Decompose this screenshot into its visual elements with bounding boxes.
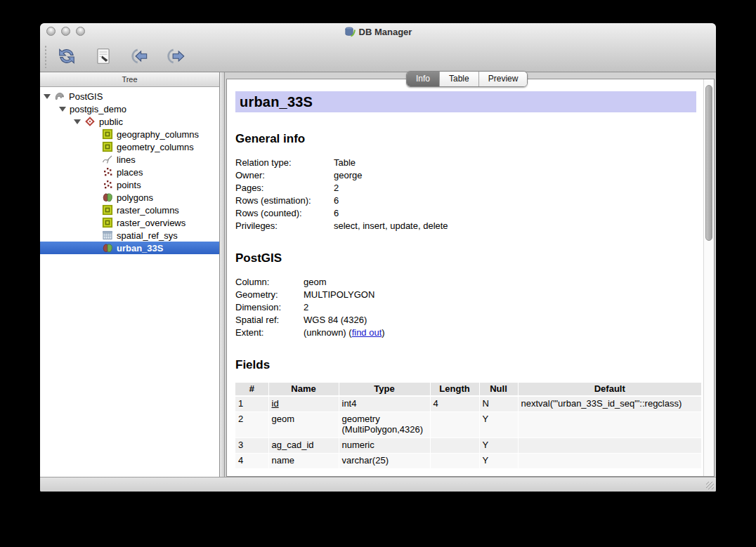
tree-item-label: raster_columns bbox=[117, 205, 179, 216]
postgis-rows: Column:geomGeometry:MULTIPOLYGONDimensio… bbox=[235, 276, 696, 339]
import-layer-icon bbox=[130, 46, 150, 66]
import-layer-button[interactable] bbox=[128, 44, 152, 68]
tree-item-label: polygons bbox=[117, 192, 153, 203]
info-value: 6 bbox=[334, 195, 339, 207]
tree-item-points[interactable]: points bbox=[40, 178, 219, 191]
tree-panel: Tree PostGISpostgis_demopublicgeography_… bbox=[40, 72, 220, 477]
general-info-heading: General info bbox=[235, 132, 696, 146]
sql-window-button[interactable] bbox=[91, 44, 115, 68]
info-label: Privileges: bbox=[235, 220, 334, 232]
fields-table-row: 3ag_cad_idnumericY bbox=[235, 438, 702, 454]
postgis-heading: PostGIS bbox=[235, 251, 696, 265]
tree-item-places[interactable]: places bbox=[40, 166, 219, 178]
table-title-band: urban_33S bbox=[235, 91, 696, 112]
field-null-cell: N bbox=[479, 396, 518, 412]
tree-item-raster_columns[interactable]: raster_columns bbox=[40, 204, 219, 216]
close-button[interactable] bbox=[46, 27, 56, 36]
info-value: george bbox=[334, 169, 362, 182]
info-label: Dimension: bbox=[235, 301, 304, 314]
tree-item-polygons[interactable]: polygons bbox=[40, 191, 219, 204]
tree-item-label: PostGIS bbox=[69, 91, 103, 102]
fields-column-header: Length bbox=[430, 383, 479, 396]
tree-item-postgis_demo[interactable]: postgis_demo bbox=[40, 103, 219, 115]
field-name-cell: name bbox=[268, 454, 339, 469]
field-type-cell: int4 bbox=[339, 396, 430, 412]
info-value: Table bbox=[334, 157, 356, 169]
info-value: 2 bbox=[334, 182, 339, 195]
zoom-button[interactable] bbox=[76, 27, 85, 36]
tab-info[interactable]: Info bbox=[407, 72, 440, 86]
metadata-table-icon bbox=[102, 128, 113, 140]
tree-item-PostGIS[interactable]: PostGIS bbox=[40, 90, 219, 103]
line-layer-icon bbox=[102, 154, 113, 165]
tree-item-geography_columns[interactable]: geography_columns bbox=[40, 128, 219, 140]
traffic-lights bbox=[46, 27, 85, 36]
tree-item-label: geography_columns bbox=[117, 129, 199, 140]
field-type-cell: varchar(25) bbox=[339, 454, 430, 469]
metadata-table-icon bbox=[102, 141, 113, 152]
fields-column-header: # bbox=[235, 383, 268, 396]
general-row: Owner:george bbox=[235, 169, 696, 182]
metadata-table-icon bbox=[102, 217, 113, 228]
title-bar[interactable]: DB Manager bbox=[40, 23, 716, 40]
field-type-cell: geometry (MultiPolygon,4326) bbox=[339, 412, 430, 438]
fields-table: #NameTypeLengthNullDefault 1idint44Nnext… bbox=[235, 383, 702, 469]
tab-control: InfoTablePreview bbox=[406, 71, 528, 87]
tree-item-label: places bbox=[117, 167, 143, 178]
tree-item-geometry_columns[interactable]: geometry_columns bbox=[40, 140, 219, 153]
window-chrome: DB Manager bbox=[40, 23, 716, 72]
info-label: Relation type: bbox=[235, 157, 334, 169]
field-length-cell bbox=[430, 412, 479, 438]
tree-item-lines[interactable]: lines bbox=[40, 153, 219, 166]
info-value: MULTIPOLYGON bbox=[304, 289, 374, 301]
field-name-cell: geom bbox=[268, 412, 339, 438]
minimize-button[interactable] bbox=[61, 27, 70, 36]
scrollbar-thumb[interactable] bbox=[705, 85, 712, 241]
disclosure-triangle-icon[interactable] bbox=[44, 94, 51, 99]
tree-item-label: urban_33S bbox=[117, 243, 163, 253]
postgis-icon bbox=[54, 91, 65, 102]
disclosure-triangle-icon[interactable] bbox=[74, 119, 81, 124]
tree-item-public[interactable]: public bbox=[40, 115, 219, 128]
vertical-scrollbar[interactable] bbox=[703, 79, 714, 476]
tree-panel-header: Tree bbox=[40, 72, 219, 87]
info-label: Extent: bbox=[235, 327, 304, 339]
disclosure-triangle-icon[interactable] bbox=[59, 107, 66, 112]
toolbar bbox=[40, 40, 716, 72]
tab-table[interactable]: Table bbox=[440, 72, 479, 86]
info-label: Column: bbox=[235, 276, 304, 289]
main-split: Tree PostGISpostgis_demopublicgeography_… bbox=[40, 72, 716, 477]
content-frame: urban_33S General info Relation type:Tab… bbox=[226, 79, 715, 477]
field-null-cell: Y bbox=[479, 412, 518, 438]
postgis-row: Dimension:2 bbox=[235, 301, 696, 314]
table-title: urban_33S bbox=[235, 94, 313, 110]
info-content: urban_33S General info Relation type:Tab… bbox=[227, 79, 703, 476]
field-null-cell: Y bbox=[479, 438, 518, 454]
window-title-group: DB Manager bbox=[344, 26, 412, 37]
field-length-cell: 4 bbox=[430, 396, 479, 412]
fields-column-header: Type bbox=[339, 383, 430, 396]
tree-item-raster_overviews[interactable]: raster_overviews bbox=[40, 216, 219, 229]
refresh-button[interactable] bbox=[55, 44, 79, 68]
table-icon bbox=[102, 230, 113, 241]
tree-item-urban_33S[interactable]: urban_33S bbox=[40, 242, 219, 254]
field-num-cell: 2 bbox=[235, 412, 268, 438]
info-value: 2 bbox=[304, 301, 308, 314]
info-label: Geometry: bbox=[235, 289, 304, 301]
toolbar-gripper[interactable] bbox=[44, 44, 48, 68]
tree-item-label: spatial_ref_sys bbox=[117, 230, 178, 241]
resize-grip-icon[interactable] bbox=[706, 482, 714, 489]
export-file-button[interactable] bbox=[164, 44, 188, 68]
fields-table-row: 1idint44Nnextval('"urban_33S_id_seq"'::r… bbox=[235, 396, 702, 412]
polygon-layer-icon bbox=[102, 242, 113, 253]
panel-splitter[interactable] bbox=[220, 72, 225, 477]
point-layer-icon bbox=[102, 179, 113, 190]
field-type-cell: numeric bbox=[339, 438, 430, 454]
tab-preview[interactable]: Preview bbox=[479, 72, 528, 86]
tree-item-spatial_ref_sys[interactable]: spatial_ref_sys bbox=[40, 229, 219, 242]
general-row: Rows (estimation):6 bbox=[235, 195, 696, 207]
tree-item-label: raster_overviews bbox=[117, 218, 185, 228]
db-manager-icon bbox=[344, 26, 356, 37]
find-out-link[interactable]: find out bbox=[352, 327, 382, 338]
field-length-cell bbox=[430, 454, 479, 469]
